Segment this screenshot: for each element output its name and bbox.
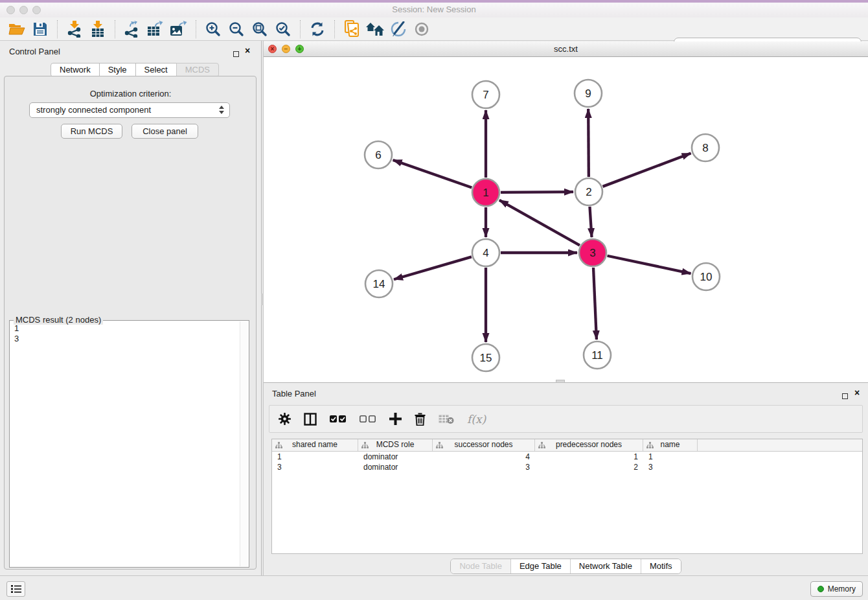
graph-node-3[interactable]: 3 (579, 239, 606, 266)
tab-motifs[interactable]: Motifs (641, 559, 681, 573)
table-cell: 1 (535, 452, 643, 462)
table-cell: 3 (643, 462, 698, 472)
export-network-icon[interactable] (122, 19, 142, 39)
column-tree-icon (275, 441, 282, 452)
close-panel-icon[interactable]: × (245, 47, 250, 54)
deselect-all-icon[interactable] (360, 415, 376, 423)
graph-node-15[interactable]: 15 (472, 344, 499, 371)
graph-edge-4-14[interactable] (394, 257, 472, 279)
table-cell: 4 (433, 452, 535, 462)
zoom-selected-icon[interactable] (273, 19, 293, 39)
column-header-label: predecessor nodes (556, 440, 622, 449)
visibility-eye-icon[interactable] (412, 19, 431, 39)
window-titlebar: Session: New Session (0, 3, 868, 18)
graph-node-6[interactable]: 6 (365, 141, 392, 168)
import-network-icon[interactable] (65, 19, 84, 39)
graph-edge-3-10[interactable] (608, 256, 691, 273)
table-body: 1dominator4113dominator323 (272, 452, 862, 472)
column-header-mcds-role[interactable]: MCDS role (358, 439, 433, 451)
graph-node-14[interactable]: 14 (365, 270, 393, 297)
mcds-result-lines: 13 (14, 323, 19, 344)
mcds-result-title: MCDS result (2 nodes) (14, 315, 103, 325)
open-file-icon[interactable] (7, 19, 27, 39)
column-tree-icon (361, 441, 369, 452)
tab-network[interactable]: Network (51, 63, 100, 77)
table-tabs-row: Node TableEdge TableNetwork TableMotifs (264, 559, 868, 574)
task-history-button[interactable] (6, 581, 25, 597)
graph-edge-2-3[interactable] (589, 207, 591, 237)
graph-edge-3-11[interactable] (593, 268, 597, 340)
control-panel-title: Control Panel (9, 47, 60, 56)
home-icon[interactable] (365, 19, 385, 39)
toolbar-separator (57, 20, 58, 38)
refresh-icon[interactable] (308, 19, 327, 39)
memory-status-icon (817, 586, 824, 592)
zoom-in-icon[interactable] (203, 19, 223, 39)
table-settings-gear-icon[interactable] (279, 413, 291, 425)
graph-node-label: 7 (483, 89, 488, 101)
apply-style-icon[interactable] (389, 19, 408, 39)
export-image-icon[interactable] (169, 19, 188, 39)
close-table-panel-icon[interactable]: × (854, 389, 860, 396)
table-cell: 1 (272, 452, 358, 462)
dropdown-stepper-icon (219, 106, 225, 115)
float-panel-icon[interactable] (233, 48, 239, 60)
float-table-panel-icon[interactable] (842, 390, 848, 402)
table-cell: 1 (643, 452, 698, 462)
toolbar-separator (115, 20, 115, 38)
table-toolbar: f(x) (269, 405, 863, 433)
graph-node-11[interactable]: 11 (584, 341, 611, 369)
export-table-icon[interactable] (146, 19, 165, 39)
copy-network-icon[interactable] (342, 19, 361, 39)
graph-node-7[interactable]: 7 (472, 81, 499, 108)
tab-select[interactable]: Select (135, 63, 177, 77)
graph-edge-3-1[interactable] (499, 200, 580, 246)
save-session-icon[interactable] (30, 19, 50, 39)
run-mcds-button[interactable]: Run MCDS (61, 124, 122, 139)
tab-mcds[interactable]: MCDS (176, 63, 219, 77)
network-window-titlebar[interactable]: × − + scc.txt (264, 41, 868, 57)
column-header-predecessor-nodes[interactable]: predecessor nodes (535, 439, 643, 451)
graph-node-1[interactable]: 1 (472, 179, 499, 206)
graph-edge-1-2[interactable] (501, 192, 573, 192)
tab-style[interactable]: Style (99, 63, 136, 77)
graph-edge-2-9[interactable] (588, 109, 589, 177)
zoom-out-icon[interactable] (227, 19, 246, 39)
network-window-title: scc.txt (264, 44, 868, 54)
toggle-columns-icon[interactable] (304, 413, 317, 426)
toolbar-separator (334, 20, 335, 38)
column-header-label: name (660, 440, 680, 449)
graph-edge-2-8[interactable] (603, 153, 691, 186)
column-header-successor-nodes[interactable]: successor nodes (433, 439, 535, 451)
result-scrollbar[interactable] (240, 321, 248, 566)
memory-button[interactable]: Memory (810, 581, 863, 597)
window-title: Session: New Session (0, 5, 868, 14)
column-header-name[interactable]: name (643, 439, 698, 451)
horizontal-splitter-handle[interactable] (556, 380, 565, 383)
column-header-shared-name[interactable]: shared name (272, 439, 358, 451)
delete-row-trash-icon[interactable] (415, 413, 426, 426)
criterion-dropdown[interactable]: strongly connected component (29, 102, 230, 118)
graph-node-9[interactable]: 9 (575, 80, 602, 107)
tab-node-table[interactable]: Node Table (451, 559, 510, 573)
graph-node-10[interactable]: 10 (692, 263, 720, 290)
add-row-icon[interactable] (389, 413, 402, 425)
table-row[interactable]: 1dominator411 (272, 452, 862, 462)
graph-edge-1-6[interactable] (393, 160, 472, 187)
graph-node-label: 2 (586, 186, 591, 198)
graph-node-8[interactable]: 8 (692, 134, 719, 161)
table-panel-title: Table Panel (272, 389, 316, 398)
close-panel-button[interactable]: Close panel (131, 124, 198, 139)
import-table-icon[interactable] (88, 19, 108, 39)
criterion-value: strongly connected component (36, 105, 151, 115)
table-row[interactable]: 3dominator323 (272, 462, 862, 472)
graph-node-label: 11 (591, 349, 603, 362)
column-header-label: successor nodes (454, 440, 512, 449)
fit-content-icon[interactable] (250, 19, 269, 39)
select-all-icon[interactable] (330, 415, 347, 423)
graph-node-4[interactable]: 4 (472, 239, 499, 266)
tab-edge-table[interactable]: Edge Table (510, 559, 570, 573)
tab-network-table[interactable]: Network Table (570, 559, 641, 573)
graph-node-2[interactable]: 2 (575, 178, 602, 205)
network-canvas[interactable]: 7968124314101511 (264, 57, 868, 382)
